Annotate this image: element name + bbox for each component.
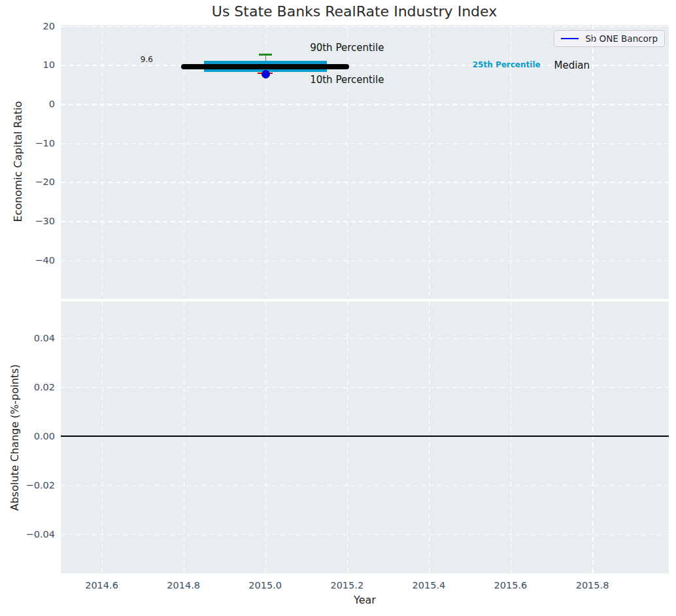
x-gridline [184,301,185,573]
y-gridline [61,182,669,183]
y-tick-label: −0.02 [26,480,55,490]
y-tick-label: 0.02 [34,382,55,392]
figure: Us State Banks RealRate Industry Index E… [0,0,676,616]
annotation: Median [554,60,590,71]
x-gridline [347,301,348,573]
x-gridline [102,301,103,573]
x-gridline [592,301,594,573]
y-tick-label: −30 [35,216,55,226]
legend-line-sample [561,38,579,39]
median-bar [181,64,348,69]
x-gridline [265,301,267,573]
top-y-axis-label: Economic Capital Ratio [12,101,24,222]
y-gridline [61,26,669,27]
x-tick-label: 2015.0 [248,580,282,590]
y-tick-label: 0 [49,99,55,109]
y-tick-label: 0.04 [34,333,55,343]
legend: Sb ONE Bancorp [554,30,665,47]
y-gridline [61,534,669,536]
legend-label: Sb ONE Bancorp [585,33,658,44]
x-tick-label: 2015.8 [576,580,609,590]
y-tick-label: 0.00 [34,431,55,441]
annotation: 25th Percentile [473,61,541,69]
x-tick-label: 2014.8 [167,580,200,590]
x-tick-label: 2015.6 [494,580,528,590]
y-gridline [61,387,669,388]
annotation: 90th Percentile [310,43,384,54]
x-tick-label: 2015.4 [413,580,446,590]
y-tick-label: 10 [43,60,55,70]
company-point [262,70,270,78]
y-gridline [61,338,669,339]
y-gridline [61,221,669,222]
y-tick-label: 20 [43,21,55,31]
y-gridline [61,485,669,487]
y-gridline [61,104,669,105]
annotation: 10th Percentile [310,75,384,86]
x-gridline [429,301,430,573]
annotation: 9.6 [141,56,153,65]
y-tick-label: −20 [35,177,55,187]
x-tick-label: 2015.2 [330,580,363,590]
y-tick-label: −0.04 [26,529,55,539]
y-tick-label: −10 [35,138,55,148]
x-tick-label: 2014.6 [85,580,118,590]
bottom-y-axis-label: Absolute Change (%-points) [8,364,21,511]
y-gridline [61,260,669,262]
y-gridline [61,143,669,145]
bottom-plot-area: 0.040.020.00−0.02−0.042014.62014.82015.0… [61,301,669,573]
x-axis-label: Year [354,594,376,606]
y-tick-label: −40 [35,255,55,265]
chart-title: Us State Banks RealRate Industry Index [212,3,497,20]
x-gridline [511,301,512,573]
zero-line [61,436,669,437]
p90-tick [259,54,272,56]
top-plot-area: Sb ONE Bancorp 20100−10−20−30−409.690th … [61,25,669,299]
